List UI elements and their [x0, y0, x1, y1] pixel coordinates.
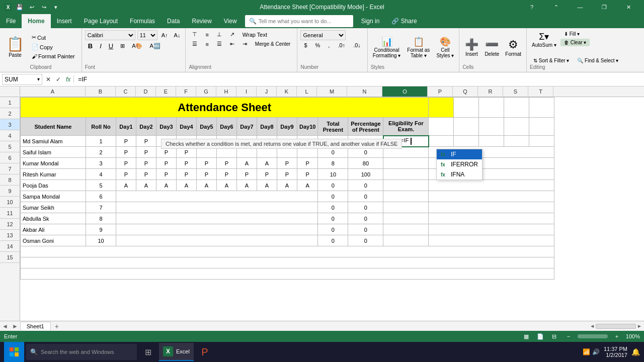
tab-view[interactable]: View	[218, 14, 243, 28]
help-icon[interactable]: ?	[520, 0, 543, 14]
tab-review[interactable]: Review	[186, 14, 217, 28]
insert-cells-btn[interactable]: ➕ Insert	[462, 37, 480, 58]
close-btn[interactable]: ✕	[617, 0, 640, 14]
quick-access-save[interactable]: 💾	[15, 3, 24, 12]
wrap-text-btn[interactable]: Wrap Text	[239, 30, 271, 39]
task-view-btn[interactable]: ⊞	[139, 342, 157, 362]
align-top-btn[interactable]: ⊤	[189, 30, 201, 39]
cell-k2[interactable]: Day9	[277, 118, 297, 136]
col-q[interactable]: Q	[453, 86, 478, 97]
autosum-btn[interactable]: Σ▾ AutoSum ▾	[530, 30, 558, 49]
cell-d4[interactable]: P	[136, 147, 156, 158]
cell-f6[interactable]: P	[177, 169, 197, 180]
cell-d7[interactable]: A	[136, 180, 156, 191]
cell-h2[interactable]: Day6	[217, 118, 237, 136]
confirm-btn[interactable]: ✓	[54, 76, 62, 83]
search-taskbar[interactable]: 🔍 Search the web and Windows	[26, 344, 137, 360]
cell-i5[interactable]: A	[237, 158, 257, 169]
cell-b12[interactable]: 10	[86, 235, 116, 246]
col-p[interactable]: P	[428, 86, 453, 97]
col-h[interactable]: H	[216, 86, 236, 97]
cell-r2[interactable]	[479, 118, 504, 136]
share-btn[interactable]: 🔗 Share	[385, 14, 423, 28]
quick-access-redo[interactable]: ↪	[39, 3, 48, 12]
paste-btn[interactable]: 📋 Paste	[3, 35, 27, 59]
cell-b6[interactable]: 4	[86, 169, 116, 180]
row-header-14[interactable]: 14	[0, 241, 20, 252]
cell-h7[interactable]: A	[217, 180, 237, 191]
row-header-9[interactable]: 9	[0, 186, 20, 197]
font-name-select[interactable]: Calibri	[85, 30, 135, 40]
decrease-decimal-btn[interactable]: .0↓	[350, 41, 364, 49]
cell-a6[interactable]: Ritesh Kumar	[21, 169, 86, 180]
cell-p3[interactable]	[429, 136, 454, 147]
cell-k7[interactable]: A	[277, 180, 297, 191]
page-break-btn[interactable]: ⊟	[549, 331, 559, 341]
tab-insert[interactable]: Insert	[51, 14, 78, 28]
row-header-1[interactable]: 1	[0, 97, 20, 108]
h-scroll-right[interactable]: ►	[637, 323, 642, 329]
cell-c5[interactable]: P	[116, 158, 136, 169]
cell-n2[interactable]: Percentage of Present	[348, 118, 383, 136]
row-header-15[interactable]: 15	[0, 252, 20, 263]
cell-a2[interactable]: Student Name	[21, 118, 86, 136]
scroll-left-btn[interactable]: ◄	[0, 323, 10, 330]
page-layout-btn[interactable]: 📄	[535, 331, 545, 341]
merge-center-btn[interactable]: Merge & Center	[252, 40, 294, 48]
percent-btn[interactable]: %	[312, 41, 324, 49]
cell-s2[interactable]	[504, 118, 529, 136]
cell-l7[interactable]: A	[297, 180, 318, 191]
orientation-btn[interactable]: ↗	[226, 30, 238, 39]
h-scroll-track[interactable]	[596, 324, 636, 329]
cell-n6[interactable]: 100	[348, 169, 383, 180]
search-input[interactable]	[259, 18, 349, 24]
format-cells-btn[interactable]: ⚙ Format	[503, 37, 523, 58]
tab-data[interactable]: Data	[161, 14, 186, 28]
cell-m10[interactable]: 0	[318, 213, 348, 224]
col-f[interactable]: F	[176, 86, 196, 97]
cell-o2[interactable]: Eligibility For Exam.	[383, 118, 429, 136]
italic-btn[interactable]: I	[97, 41, 105, 51]
currency-btn[interactable]: $	[300, 41, 310, 49]
cell-m12[interactable]: 0	[318, 235, 348, 246]
col-l[interactable]: L	[297, 86, 317, 97]
cell-i2[interactable]: Day7	[237, 118, 257, 136]
cell-t3[interactable]	[529, 136, 554, 147]
cell-o8[interactable]	[383, 191, 429, 202]
row-header-7[interactable]: 7	[0, 163, 20, 174]
col-j[interactable]: J	[257, 86, 277, 97]
add-sheet-btn[interactable]: +	[51, 321, 63, 331]
cell-l2[interactable]: Day10	[297, 118, 318, 136]
cell-n9[interactable]: 0	[348, 202, 383, 213]
cell-j5[interactable]: A	[257, 158, 277, 169]
restore-btn[interactable]: ❐	[593, 0, 616, 14]
cell-o9[interactable]	[383, 202, 429, 213]
cell-j6[interactable]: P	[257, 169, 277, 180]
cell-d2[interactable]: Day2	[136, 118, 156, 136]
cell-b5[interactable]: 3	[86, 158, 116, 169]
cell-n11[interactable]: 0	[348, 224, 383, 235]
align-left-btn[interactable]: ☰	[189, 40, 201, 48]
number-format-select[interactable]: General	[300, 30, 346, 40]
zoom-slider[interactable]	[578, 334, 608, 338]
cell-c2[interactable]: Day1	[116, 118, 136, 136]
cell-r3[interactable]	[479, 136, 504, 147]
cell-e2[interactable]: Day3	[156, 118, 177, 136]
cell-t1[interactable]	[529, 98, 554, 118]
increase-decimal-btn[interactable]: .0↑	[334, 41, 349, 49]
font-color-btn[interactable]: A🔤	[147, 42, 164, 50]
row-header-2[interactable]: 2	[0, 108, 20, 119]
format-painter-btn[interactable]: 🖌 Format Painter	[28, 52, 78, 60]
cell-q2[interactable]	[454, 118, 479, 136]
align-right-btn[interactable]: ☰	[213, 40, 225, 48]
scroll-bar-area[interactable]: ◄ ►	[590, 323, 644, 329]
cell-a4[interactable]: Saiful Islam	[21, 147, 86, 158]
cell-r1[interactable]	[479, 98, 504, 118]
format-as-table-btn[interactable]: 📋 Format as Table ▾	[405, 35, 432, 59]
row-header-3[interactable]: 3	[0, 119, 20, 130]
row-header-10[interactable]: 10	[0, 197, 20, 208]
tab-formulas[interactable]: Formulas	[124, 14, 161, 28]
cell-k5[interactable]: P	[277, 158, 297, 169]
cell-q3[interactable]	[454, 136, 479, 147]
cell-b4[interactable]: 2	[86, 147, 116, 158]
